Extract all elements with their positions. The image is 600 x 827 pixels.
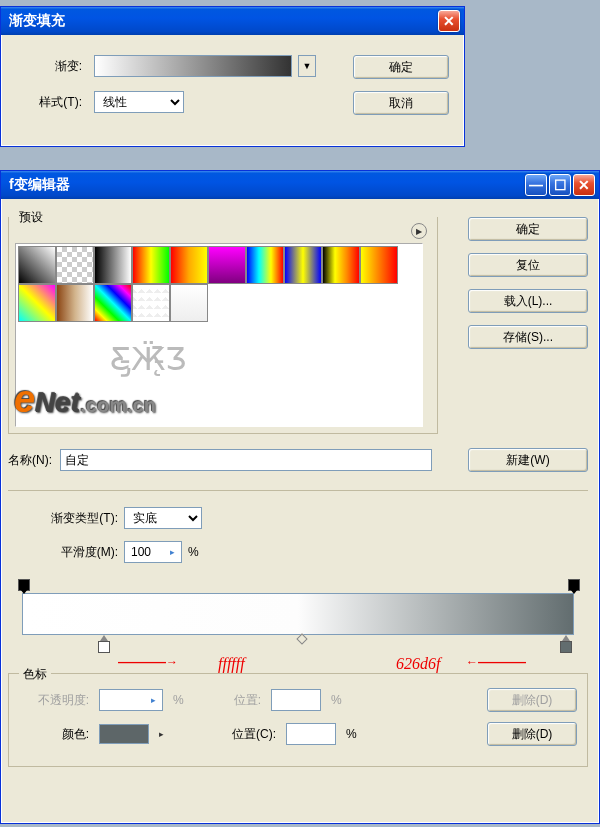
color-label: 颜色: xyxy=(19,726,89,743)
name-label: 名称(N): xyxy=(8,452,52,469)
color-swatch[interactable] xyxy=(99,724,149,744)
preset-swatch[interactable] xyxy=(246,246,284,284)
presets-scroll[interactable] xyxy=(15,243,423,427)
gradient-editor-window: f变编辑器 — ☐ ✕ 确定 复位 载入(L)... 存储(S)... 预设 ▶ xyxy=(0,170,600,824)
preset-swatch[interactable] xyxy=(56,284,94,322)
color-position-input[interactable] xyxy=(286,723,336,745)
opacity-delete-button: 删除(D) xyxy=(487,688,577,712)
editor-save-button[interactable]: 存储(S)... xyxy=(468,325,588,349)
cancel-button[interactable]: 取消 xyxy=(353,91,449,115)
close-icon[interactable]: ✕ xyxy=(438,10,460,32)
preset-swatch[interactable] xyxy=(18,246,56,284)
preset-swatch[interactable] xyxy=(360,246,398,284)
gradient-fill-title: 渐变填充 xyxy=(9,12,65,30)
gradient-type-label: 渐变类型(T): xyxy=(18,510,118,527)
opacity-stop-right[interactable] xyxy=(568,579,578,593)
gradient-fill-body: 渐变: ▼ 样式(T): 线性 确定 取消 xyxy=(1,35,464,146)
color-position-label: 位置(C): xyxy=(232,726,276,743)
gradient-editor-titlebar[interactable]: f变编辑器 — ☐ ✕ xyxy=(1,171,599,199)
percent-label: % xyxy=(188,545,199,559)
name-input[interactable] xyxy=(60,449,432,471)
preset-swatch[interactable] xyxy=(322,246,360,284)
gradient-type-select[interactable]: 实底 xyxy=(124,507,202,529)
color-stop-right[interactable] xyxy=(560,635,572,651)
gradient-bar[interactable] xyxy=(22,593,574,635)
gradient-editor-title: f变编辑器 xyxy=(9,176,70,194)
stops-group: 色标 不透明度: ▸ % 位置: % 删除(D) 颜色: ▸ 位置(C): % … xyxy=(8,673,588,767)
annotation-arrow-right: ←———— xyxy=(466,655,526,669)
preset-swatch[interactable] xyxy=(56,246,94,284)
annotation-arrow-left: ————→ xyxy=(118,655,178,669)
editor-reset-button[interactable]: 复位 xyxy=(468,253,588,277)
gradient-preview[interactable] xyxy=(94,55,292,77)
gradient-dropdown-arrow[interactable]: ▼ xyxy=(298,55,316,77)
presets-group: 预设 ▶ xyxy=(8,217,438,434)
gradient-fill-titlebar[interactable]: 渐变填充 ✕ xyxy=(1,7,464,35)
preset-swatch[interactable] xyxy=(170,246,208,284)
minimize-icon[interactable]: — xyxy=(525,174,547,196)
smoothness-input[interactable]: 100 ▸ xyxy=(124,541,182,563)
editor-load-button[interactable]: 载入(L)... xyxy=(468,289,588,313)
style-label: 样式(T): xyxy=(20,94,82,111)
presets-label: 预设 xyxy=(15,209,47,226)
gradient-type-group: 渐变类型(T): 实底 平滑度(M): 100 ▸ % xyxy=(8,490,588,673)
color-stop-left[interactable] xyxy=(98,635,110,651)
chevron-right-icon[interactable]: ▸ xyxy=(170,547,175,557)
gradient-fill-dialog: 渐变填充 ✕ 渐变: ▼ 样式(T): 线性 确定 取消 xyxy=(0,6,465,147)
preset-swatch[interactable] xyxy=(208,246,246,284)
maximize-icon[interactable]: ☐ xyxy=(549,174,571,196)
smoothness-label: 平滑度(M): xyxy=(18,544,118,561)
preset-swatch[interactable] xyxy=(284,246,322,284)
color-delete-button[interactable]: 删除(D) xyxy=(487,722,577,746)
opacity-input: ▸ xyxy=(99,689,163,711)
preset-swatch[interactable] xyxy=(170,284,208,322)
new-button[interactable]: 新建(W) xyxy=(468,448,588,472)
opacity-stop-left[interactable] xyxy=(18,579,28,593)
preset-swatch[interactable] xyxy=(94,284,132,322)
gradient-label: 渐变: xyxy=(20,58,82,75)
style-select[interactable]: 线性 xyxy=(94,91,184,113)
annotation-hex-right: 626d6f xyxy=(396,655,440,673)
opacity-label: 不透明度: xyxy=(19,692,89,709)
preset-swatch[interactable] xyxy=(18,284,56,322)
presets-flyout-icon[interactable]: ▶ xyxy=(411,223,427,239)
editor-ok-button[interactable]: 确定 xyxy=(468,217,588,241)
midpoint-diamond[interactable] xyxy=(296,633,307,644)
annotation-hex-left: ffffff xyxy=(218,655,245,673)
preset-swatch[interactable] xyxy=(94,246,132,284)
opacity-position-input xyxy=(271,689,321,711)
gradient-bar-editor: ————→ ffffff 626d6f ←———— xyxy=(18,575,578,663)
opacity-position-label: 位置: xyxy=(234,692,261,709)
ok-button[interactable]: 确定 xyxy=(353,55,449,79)
preset-swatch[interactable] xyxy=(132,246,170,284)
stops-label: 色标 xyxy=(19,666,51,683)
color-dropdown-icon[interactable]: ▸ xyxy=(159,729,164,739)
preset-swatch[interactable] xyxy=(132,284,170,322)
close-icon[interactable]: ✕ xyxy=(573,174,595,196)
